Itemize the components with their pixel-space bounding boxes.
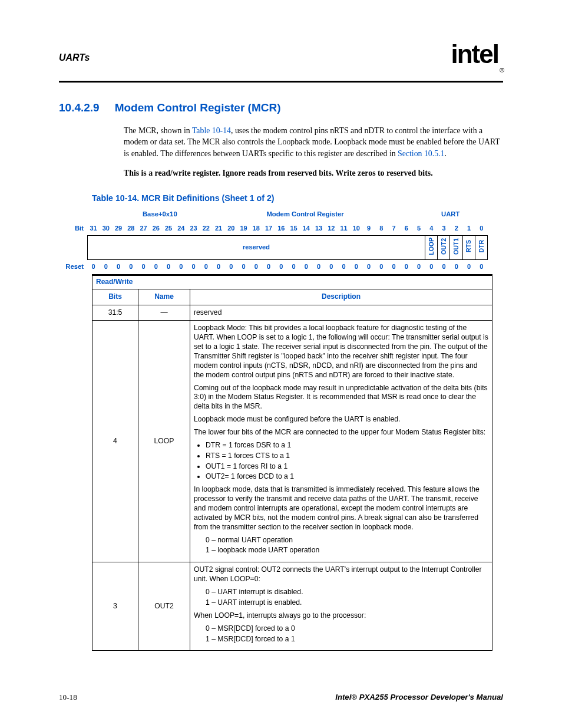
register-summary: Base+0x10 Modem Control Register UART Bi… bbox=[59, 210, 503, 274]
reg-name: Modem Control Register bbox=[233, 210, 378, 219]
table-caption: Table 10-14. MCR Bit Definitions (Sheet … bbox=[92, 193, 503, 204]
col-name: Name bbox=[138, 289, 190, 305]
page-footer: 10-18 Intel® PXA255 Processor Developer'… bbox=[59, 692, 503, 703]
page-header: UARTs intel® bbox=[59, 40, 503, 75]
row-reserved: 31:5 — reserved bbox=[92, 305, 492, 321]
section-heading: 10.4.2.9 Modem Control Register (MCR) bbox=[59, 100, 503, 116]
intel-logo: intel® bbox=[451, 37, 503, 71]
field-out1: OUT1 bbox=[450, 235, 462, 259]
link-table-10-14[interactable]: Table 10-14 bbox=[192, 126, 231, 135]
section-number: 10.4.2.9 bbox=[59, 100, 100, 116]
doc-title: Intel® PXA255 Processor Developer's Manu… bbox=[335, 692, 503, 703]
field-reserved: reserved bbox=[88, 235, 425, 259]
col-desc: Description bbox=[190, 289, 492, 305]
bit-row-label: Bit bbox=[59, 224, 87, 233]
page-number: 10-18 bbox=[59, 692, 77, 703]
row-out2: 3 OUT2 OUT2 signal control: OUT2 connect… bbox=[92, 562, 492, 651]
field-rts: RTS bbox=[462, 235, 475, 259]
bit-numbers-row: 31302928 27262524 23222120 19181716 1514… bbox=[87, 223, 488, 234]
link-section-10-5-1[interactable]: Section 10.5.1 bbox=[398, 149, 444, 158]
field-loop: LOOP bbox=[425, 235, 437, 259]
field-out2: OUT2 bbox=[438, 235, 450, 259]
section-name: UARTs bbox=[59, 51, 90, 64]
row-loop: 4 LOOP Loopback Mode: This bit provides … bbox=[92, 321, 492, 562]
header-rule bbox=[59, 81, 503, 83]
reset-values-row: 0000 0000 0000 0000 0000 0000 0000 0000 bbox=[87, 260, 488, 275]
rw-note: This is a read/write register. Ignore re… bbox=[124, 167, 503, 179]
reg-addr: Base+0x10 bbox=[87, 210, 233, 219]
reg-block: UART bbox=[378, 210, 523, 219]
col-bits: Bits bbox=[92, 289, 138, 305]
intro-paragraph: The MCR, shown in Table 10-14, uses the … bbox=[124, 125, 503, 159]
reset-row-label: Reset bbox=[59, 262, 87, 271]
field-dtr: DTR bbox=[475, 235, 487, 259]
bit-definitions-table: Read/Write Bits Name Description 31:5 — … bbox=[92, 274, 492, 651]
section-title: Modem Control Register (MCR) bbox=[115, 100, 281, 116]
rw-label: Read/Write bbox=[92, 275, 492, 289]
bit-fields-row: reserved LOOP OUT2 OUT1 RTS DTR bbox=[87, 235, 488, 260]
